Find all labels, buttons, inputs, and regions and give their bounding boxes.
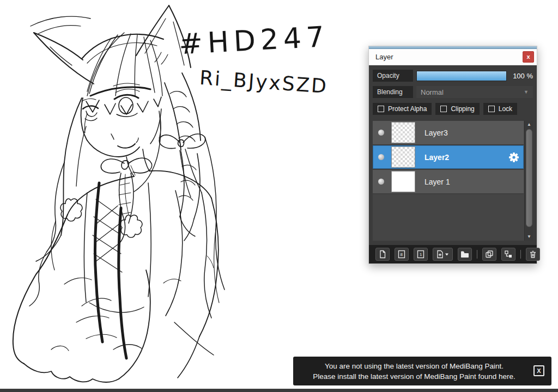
layer-options-row: Protect Alpha Clipping Lock bbox=[373, 103, 533, 115]
notification-line-2: Please install the latest version of Med… bbox=[299, 371, 530, 382]
delete-layer-button[interactable] bbox=[526, 248, 540, 261]
duplicate-layer-button[interactable] bbox=[482, 248, 496, 261]
new-layer-button[interactable] bbox=[375, 248, 390, 261]
update-notification-text: You are not using the latest version of … bbox=[293, 361, 551, 382]
layer-visibility-icon[interactable] bbox=[378, 154, 384, 160]
scroll-down-icon[interactable]: ▼ bbox=[525, 234, 533, 239]
protect-alpha-checkbox[interactable]: Protect Alpha bbox=[373, 103, 432, 115]
layer-panel-titlebar[interactable]: Layer x bbox=[369, 49, 537, 65]
scrollbar-thumb[interactable] bbox=[526, 129, 532, 227]
scroll-up-icon[interactable]: ▲ bbox=[525, 122, 533, 127]
opacity-row: Opacity 100 % bbox=[373, 70, 533, 82]
update-notification-toast: You are not using the latest version of … bbox=[293, 357, 551, 385]
layer-thumbnail[interactable] bbox=[391, 171, 415, 192]
close-panel-button[interactable]: x bbox=[523, 51, 534, 63]
close-icon: X bbox=[537, 366, 541, 376]
new-8bit-layer-button[interactable]: 8 bbox=[395, 248, 409, 261]
blending-selected-value: Normal bbox=[421, 88, 444, 96]
layer-name: Layer2 bbox=[424, 153, 449, 162]
blending-label: Blending bbox=[373, 86, 413, 98]
lock-label: Lock bbox=[499, 105, 512, 113]
layer-visibility-icon[interactable] bbox=[378, 130, 384, 136]
opacity-slider[interactable] bbox=[416, 71, 507, 81]
layer-list-scrollbar[interactable]: ▲ ▼ bbox=[524, 121, 533, 241]
checkbox-box-icon bbox=[440, 106, 447, 112]
layer-name: Layer3 bbox=[424, 128, 448, 137]
layer-visibility-icon[interactable] bbox=[378, 179, 384, 185]
layer-settings-gear-icon[interactable] bbox=[508, 152, 519, 163]
checkbox-box-icon bbox=[378, 106, 384, 112]
layer-panel-title: Layer bbox=[375, 53, 523, 61]
opacity-value: 100 % bbox=[510, 72, 533, 80]
toolbar-separator bbox=[477, 250, 477, 259]
folder-icon bbox=[460, 250, 469, 259]
layer-name: Layer 1 bbox=[424, 177, 450, 186]
blending-dropdown[interactable]: Normal ▼ bbox=[416, 86, 533, 98]
new-8bit-layer-icon: 8 bbox=[397, 250, 406, 259]
blending-row: Blending Normal ▼ bbox=[373, 86, 533, 98]
layer-panel: Layer x Opacity 100 % Blending Normal ▼ … bbox=[368, 46, 537, 264]
window-bottom-edge bbox=[0, 389, 558, 392]
toolbar-separator bbox=[520, 250, 521, 259]
lock-checkbox[interactable]: Lock bbox=[483, 103, 517, 115]
layer-thumbnail[interactable] bbox=[391, 146, 415, 168]
chevron-down-icon: ▼ bbox=[524, 89, 529, 95]
merge-layer-button[interactable] bbox=[501, 248, 515, 261]
new-folder-button[interactable] bbox=[458, 248, 472, 261]
add-layer-menu-button[interactable] bbox=[433, 248, 453, 261]
protect-alpha-label: Protect Alpha bbox=[388, 105, 427, 113]
svg-text:1: 1 bbox=[420, 252, 422, 257]
add-layer-menu-icon bbox=[436, 250, 450, 259]
layer-thumbnail[interactable] bbox=[391, 122, 415, 143]
close-notification-button[interactable]: X bbox=[533, 365, 544, 376]
layer-panel-body: Opacity 100 % Blending Normal ▼ Protect … bbox=[369, 70, 537, 264]
merge-layer-icon bbox=[504, 250, 513, 259]
notification-line-1: You are not using the latest version of … bbox=[299, 361, 530, 371]
new-1bit-layer-button[interactable]: 1 bbox=[414, 248, 428, 261]
svg-text:8: 8 bbox=[400, 252, 403, 257]
checkbox-box-icon bbox=[488, 106, 495, 112]
clipping-checkbox[interactable]: Clipping bbox=[435, 103, 479, 115]
clipping-label: Clipping bbox=[451, 105, 474, 113]
layer-row-layer3[interactable]: Layer3 bbox=[373, 121, 524, 145]
layer-row-layer2-selected[interactable]: Layer2 bbox=[373, 145, 524, 170]
layer-list: Layer3 Layer2 bbox=[373, 120, 533, 241]
layer-toolbar: 8 1 bbox=[369, 245, 537, 264]
layer-row-layer1[interactable]: Layer 1 bbox=[373, 170, 524, 194]
new-1bit-layer-icon: 1 bbox=[416, 250, 425, 259]
new-layer-icon bbox=[378, 250, 387, 259]
duplicate-layer-icon bbox=[485, 250, 494, 259]
trash-icon bbox=[529, 250, 537, 259]
opacity-label: Opacity bbox=[373, 70, 413, 82]
